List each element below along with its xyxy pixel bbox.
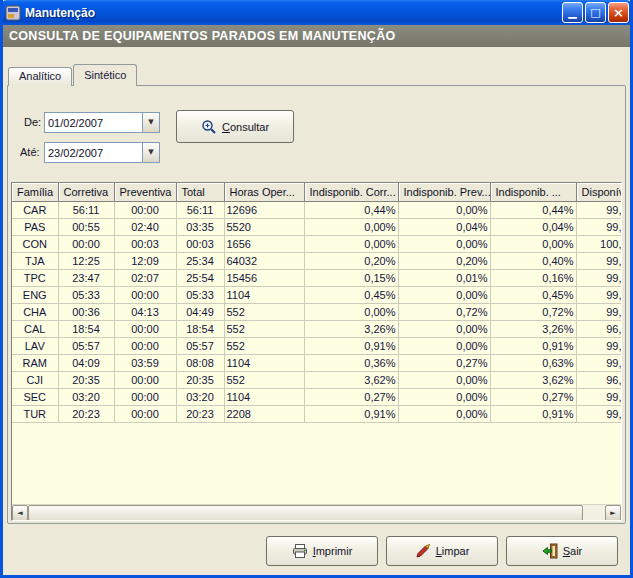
app-icon	[5, 5, 21, 21]
grid-viewport: FamíliaCorretivaPreventivaTotalHoras Ope…	[12, 183, 621, 504]
table-cell: 0,16%	[490, 269, 576, 286]
column-header[interactable]: Preventiva	[114, 183, 176, 201]
column-header[interactable]: Indisponib. Corr...	[304, 183, 398, 201]
table-cell: 25:34	[176, 252, 224, 269]
table-cell: 99,60%	[576, 252, 621, 269]
titlebar[interactable]: Manutenção ▁ □ ×	[0, 0, 633, 25]
table-cell: 0,04%	[398, 218, 490, 235]
table-cell: CAL	[12, 320, 58, 337]
table-row[interactable]: ENG05:3300:0005:3311040,45%0,00%0,45%99,…	[12, 286, 621, 303]
tab-sintetico[interactable]: Sintético	[73, 64, 137, 86]
date-to-combobox[interactable]: ▼	[44, 142, 160, 163]
scrollbar-thumb[interactable]	[28, 505, 583, 521]
table-row[interactable]: LAV05:5700:0005:575520,91%0,00%0,91%99,0…	[12, 337, 621, 354]
column-header[interactable]: Indisponib. ...	[490, 183, 576, 201]
table-row[interactable]: RAM04:0903:5908:0811040,36%0,27%0,63%99,…	[12, 354, 621, 371]
date-to-dropdown-button[interactable]: ▼	[142, 143, 159, 162]
table-cell: 00:00	[114, 286, 176, 303]
table-cell: 5520	[224, 218, 304, 235]
minimize-button[interactable]: ▁	[562, 2, 583, 23]
table-cell: 0,36%	[304, 354, 398, 371]
table-row[interactable]: TUR20:2300:0020:2322080,91%0,00%0,91%99,…	[12, 405, 621, 422]
table-cell: 1104	[224, 286, 304, 303]
table-cell: 0,20%	[398, 252, 490, 269]
consultar-button[interactable]: Consultar	[176, 110, 294, 143]
column-header[interactable]: Família	[12, 183, 58, 201]
table-cell: CAR	[12, 201, 58, 218]
table-cell: 04:09	[58, 354, 114, 371]
imprimir-button[interactable]: Imprimir	[266, 536, 378, 566]
table-cell: 0,27%	[490, 388, 576, 405]
column-header[interactable]: Horas Oper...	[224, 183, 304, 201]
table-cell: 0,27%	[398, 354, 490, 371]
column-header[interactable]: Disponív...	[576, 183, 621, 201]
table-cell: 00:00	[114, 337, 176, 354]
scroll-left-button[interactable]: ◄	[12, 505, 28, 521]
chevron-down-icon: ▼	[148, 148, 153, 156]
table-row[interactable]: CJI20:3500:0020:355523,62%0,00%3,62%96,3…	[12, 371, 621, 388]
imprimir-label: Imprimir	[313, 545, 353, 557]
printer-icon	[292, 543, 308, 559]
date-from-combobox[interactable]: ▼	[44, 112, 160, 133]
table-cell: 00:03	[114, 235, 176, 252]
column-header[interactable]: Corretiva	[58, 183, 114, 201]
table-cell: 0,20%	[304, 252, 398, 269]
table-cell: 0,00%	[490, 235, 576, 252]
close-button[interactable]: ×	[608, 2, 629, 23]
table-cell: 12:09	[114, 252, 176, 269]
table-cell: 0,00%	[398, 371, 490, 388]
table-cell: 99,09%	[576, 405, 621, 422]
table-cell: 0,40%	[490, 252, 576, 269]
page-title: CONSULTA DE EQUIPAMENTOS PARADOS EM MANU…	[3, 25, 630, 47]
table-cell: 3,62%	[490, 371, 576, 388]
tab-strip: Analítico Sintético	[8, 64, 138, 86]
horizontal-scrollbar[interactable]: ◄ ►	[12, 504, 621, 520]
table-row[interactable]: CON00:0000:0300:0316560,00%0,00%0,00%100…	[12, 235, 621, 252]
sair-button[interactable]: Sair	[506, 536, 618, 566]
table-cell: TUR	[12, 405, 58, 422]
tab-panel: De: ▼ Até: ▼ Consultar	[7, 85, 626, 524]
table-cell: CHA	[12, 303, 58, 320]
table-cell: 0,00%	[398, 388, 490, 405]
close-icon: ×	[613, 4, 624, 21]
table-cell: 1656	[224, 235, 304, 252]
date-from-dropdown-button[interactable]: ▼	[142, 113, 159, 132]
tab-analitico[interactable]: Analítico	[8, 67, 72, 86]
table-cell: 03:59	[114, 354, 176, 371]
column-header[interactable]: Indisponib. Prev...	[398, 183, 490, 201]
table-cell: 552	[224, 337, 304, 354]
maximize-button[interactable]: □	[585, 2, 606, 23]
table-cell: 0,00%	[304, 235, 398, 252]
limpar-button[interactable]: Limpar	[386, 536, 498, 566]
header-row: FamíliaCorretivaPreventivaTotalHoras Ope…	[12, 183, 621, 201]
date-from-input[interactable]	[45, 113, 142, 132]
table-row[interactable]: CAR56:1100:0056:11126960,44%0,00%0,44%99…	[12, 201, 621, 218]
scroll-left-icon: ◄	[17, 509, 22, 517]
table-cell: 0,27%	[304, 388, 398, 405]
table-cell: 0,91%	[490, 337, 576, 354]
table-cell: 3,62%	[304, 371, 398, 388]
table-cell: 0,00%	[398, 286, 490, 303]
table-cell: 96,38%	[576, 371, 621, 388]
table-cell: 08:08	[176, 354, 224, 371]
column-header[interactable]: Total	[176, 183, 224, 201]
scroll-right-button[interactable]: ►	[605, 505, 621, 521]
table-row[interactable]: CHA00:3604:1304:495520,00%0,72%0,72%99,2…	[12, 303, 621, 320]
table-cell: 552	[224, 303, 304, 320]
table-cell: 0,72%	[398, 303, 490, 320]
maintenance-window: Manutenção ▁ □ × CONSULTA DE EQUIPAMENTO…	[0, 0, 633, 578]
table-cell: 05:33	[58, 286, 114, 303]
date-to-input[interactable]	[45, 143, 142, 162]
table-cell: 00:03	[176, 235, 224, 252]
table-row[interactable]: TJA12:2512:0925:34640320,20%0,20%0,40%99…	[12, 252, 621, 269]
table-cell: 23:47	[58, 269, 114, 286]
table-row[interactable]: TPC23:4702:0725:54154560,15%0,01%0,16%99…	[12, 269, 621, 286]
table-cell: RAM	[12, 354, 58, 371]
table-row[interactable]: PAS00:5502:4003:3555200,00%0,04%0,04%99,…	[12, 218, 621, 235]
table-cell: 1104	[224, 354, 304, 371]
table-row[interactable]: CAL18:5400:0018:545523,26%0,00%3,26%96,7…	[12, 320, 621, 337]
eraser-icon	[415, 543, 431, 559]
consultar-label: Consultar	[222, 121, 269, 133]
table-cell: 02:40	[114, 218, 176, 235]
table-row[interactable]: SEC03:2000:0003:2011040,27%0,00%0,27%99,…	[12, 388, 621, 405]
